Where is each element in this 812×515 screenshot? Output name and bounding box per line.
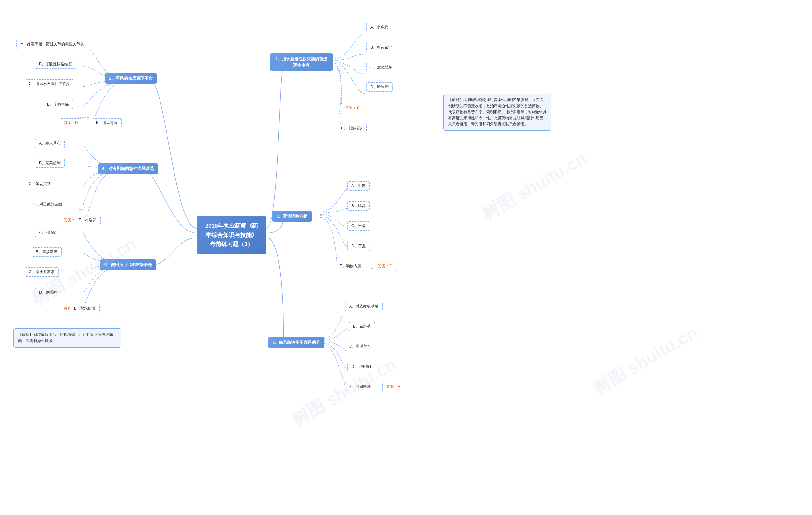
b2-leaf-b: B、尿酸性尿路结石 [35, 60, 76, 69]
b4-leaf-a: A、塞来昔布 [35, 139, 65, 148]
r1-leaf-d: D、哌唑嗪 [366, 83, 393, 92]
b2-leaf-d: D、全身疼痛 [43, 100, 73, 109]
explain-right: 【解析】抗胆碱能药物通过竞争性抑制乙酰胆碱，从而抑制膀胱的不稳定收缩，是治疗急迫… [443, 94, 551, 131]
r1-leaf-e: E、非那雄胺 [337, 124, 367, 133]
r5-answer: 答案：E [382, 382, 404, 391]
branch-3: 3、富含嘌呤的是 [272, 211, 312, 222]
r3-leaf-d: D、黄瓜 [347, 242, 370, 251]
branch-1: 1、用于急迫性尿失禁的首选药物中有 [270, 53, 333, 71]
b4-leaf-d: D、对乙酰氨基酚 [29, 200, 66, 209]
b4-leaf-b: B、尼美舒利 [35, 158, 65, 168]
r3-leaf-b: B、鸡蛋 [347, 201, 370, 211]
b2-answer: 答案：D [60, 118, 82, 127]
r5-leaf-e: E、阿司匹林 [345, 382, 375, 391]
b6-leaf-a: A、丙磺舒 [35, 228, 61, 237]
b2-leaf-c: C、痛风石及慢性关节炎 [25, 79, 74, 89]
r1-leaf-b: B、奥昔布宁 [366, 43, 396, 52]
r3-answer: 答案：E [374, 262, 396, 271]
b6-leaf-c: C、糖皮质激素 [25, 267, 59, 276]
r1-leaf-a: A、米多君 [366, 23, 393, 32]
watermark-4: 树图 shuitu.cn [589, 321, 702, 400]
r5-leaf-c: C、吲哚美辛 [345, 342, 375, 351]
b4-leaf-e: E、布洛芬 [75, 216, 100, 225]
b6-leaf-b: B、苯溴马隆 [32, 247, 61, 256]
center-node: 2018年执业药师《药学综合知识与技能》考前练习题（3） [197, 216, 266, 254]
b6-leaf-e: E、秋水仙碱 [70, 304, 99, 313]
explain-left: 【解析】别嘌醇服用后可出现眩晕，用药期间不宜驾驶车船、飞机和操作机械。 [13, 328, 121, 347]
r3-leaf-a: A、牛奶 [347, 181, 370, 190]
branch-6: 6、使用后可出现眩晕的是 [100, 260, 156, 270]
r5-leaf-a: A、对乙酰氨基酚 [345, 302, 382, 311]
r3-leaf-c: C、米饭 [347, 221, 370, 231]
b2-leaf-a: A、好发于第一跖趾关节的急性关节炎 [17, 40, 88, 49]
b2-leaf-e: E、痛风肾病 [92, 118, 122, 127]
r1-answer: 答案：B [341, 103, 363, 112]
b4-leaf-c: C、苯妥英钠 [25, 179, 55, 188]
watermark-3: 树图 shuitu.cn [478, 147, 591, 226]
watermark-2: 树图 shuitu.cn [287, 353, 401, 432]
r1-leaf-c: C、度他雄胺 [366, 63, 397, 72]
r5-leaf-b: B、布洛芬 [349, 322, 375, 331]
r5-leaf-d: D、尼美舒利 [347, 362, 377, 371]
r3-leaf-e: E、动物内脏 [336, 262, 366, 271]
branch-4: 4、对有剧痛的急性痛风首选 [98, 163, 158, 174]
branch-2: 2、痛风的临床表现不含 [105, 73, 157, 84]
b6-leaf-d: D、别嘌醇 [35, 288, 61, 297]
branch-5: 5、痛风急性期不宜用的是 [268, 337, 324, 348]
